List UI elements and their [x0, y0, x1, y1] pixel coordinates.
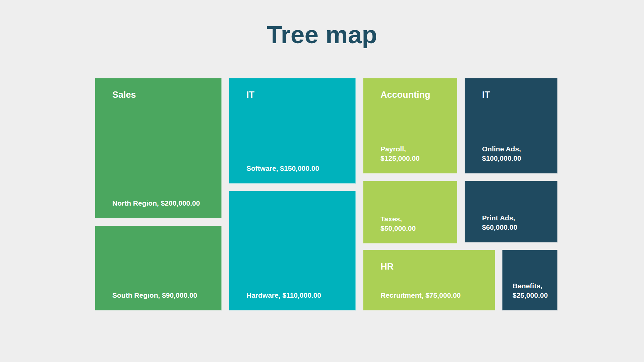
treemap-tile-hardware[interactable]: Hardware, $110,000.00 — [229, 191, 356, 310]
page-title: Tree map — [0, 20, 644, 49]
treemap-tile-north-region[interactable]: Sales North Region, $200,000.00 — [95, 78, 222, 218]
group-label-sales: Sales — [112, 90, 216, 100]
data-label-print-ads: Print Ads, $60,000.00 — [482, 213, 550, 232]
treemap-tile-benefits[interactable]: Benefits, $25,000.00 — [502, 250, 558, 310]
data-label-recruitment: Recruitment, $75,000.00 — [380, 291, 487, 300]
data-label-online-ads: Online Ads, $100,000.00 — [482, 144, 550, 163]
treemap-tile-print-ads[interactable]: Print Ads, $60,000.00 — [465, 181, 558, 242]
treemap-tile-software[interactable]: IT Software, $150,000.00 — [229, 78, 356, 184]
treemap-tile-taxes[interactable]: Taxes, $50,000.00 — [363, 181, 457, 243]
group-label-accounting: Accounting — [380, 90, 452, 100]
page-background: { "title": { "text": "Tree map" }, "colo… — [0, 0, 644, 362]
treemap-tile-south-region[interactable]: South Region, $90,000.00 — [95, 226, 222, 310]
data-label-taxes: Taxes, $50,000.00 — [380, 214, 450, 233]
treemap-tile-recruitment[interactable]: HR Recruitment, $75,000.00 — [363, 250, 495, 310]
data-label-payroll: Payroll, $125,000.00 — [380, 144, 450, 163]
data-label-south-region: South Region, $90,000.00 — [112, 291, 214, 300]
data-label-software: Software, $150,000.00 — [246, 164, 348, 173]
data-label-benefits: Benefits, $25,000.00 — [513, 281, 554, 300]
data-label-north-region: North Region, $200,000.00 — [112, 199, 214, 208]
treemap-page: Tree map Sales North Region, $200,000.00… — [0, 0, 644, 362]
data-label-hardware: Hardware, $110,000.00 — [246, 291, 348, 300]
treemap-tile-online-ads[interactable]: IT Online Ads, $100,000.00 — [465, 78, 558, 173]
group-label-it-2: IT — [482, 90, 552, 100]
treemap-tile-payroll[interactable]: Accounting Payroll, $125,000.00 — [363, 78, 457, 173]
group-label-it: IT — [246, 90, 350, 100]
group-label-hr: HR — [380, 262, 489, 272]
